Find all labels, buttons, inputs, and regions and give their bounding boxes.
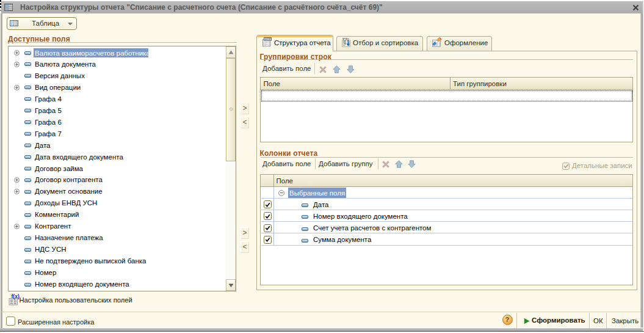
- svg-text:f(x): f(x): [12, 294, 20, 299]
